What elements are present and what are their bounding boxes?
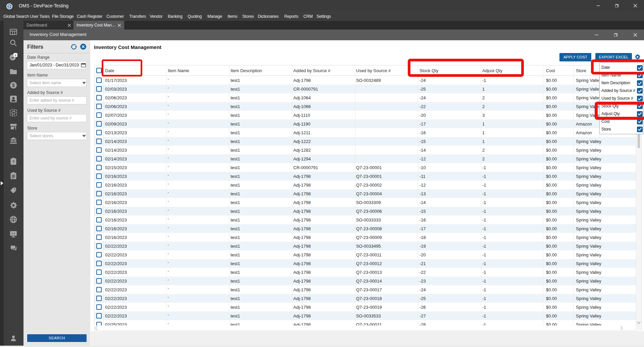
svg-text:><: >< xyxy=(12,232,15,236)
svg-text:9: 9 xyxy=(14,54,16,57)
svg-text:$: $ xyxy=(12,83,15,88)
svg-text:?: ? xyxy=(12,160,15,164)
